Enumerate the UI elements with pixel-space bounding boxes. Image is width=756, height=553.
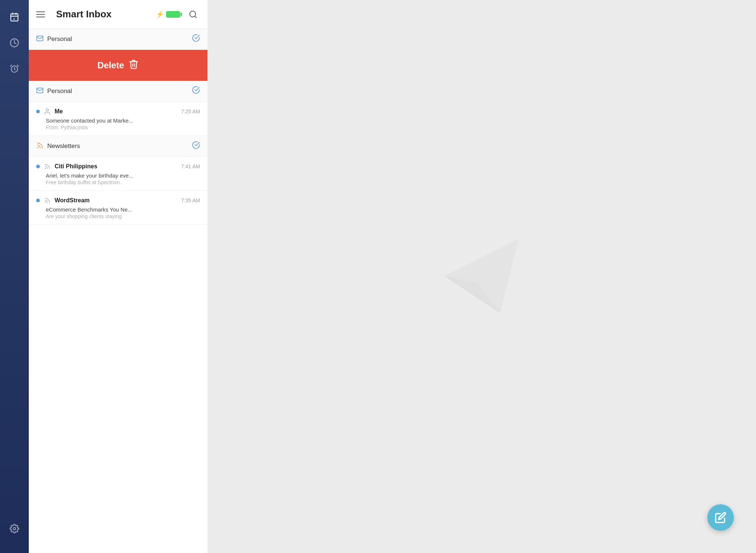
svg-point-12	[46, 109, 49, 111]
svg-point-15	[45, 202, 46, 203]
sender-name-citi: Citi Philippines	[55, 163, 178, 170]
battery-indicator	[166, 11, 180, 18]
delete-overlay-content: Delete	[97, 59, 139, 72]
section-check-newsletters[interactable]	[192, 141, 200, 151]
delete-label: Delete	[97, 60, 124, 71]
section-title-personal-1: Personal	[47, 35, 72, 43]
empty-state-icon	[441, 231, 522, 322]
email-time-me: 7:25 AM	[181, 109, 200, 114]
personal-section-header-2: Personal	[29, 81, 207, 102]
menu-button[interactable]	[36, 7, 50, 21]
unread-dot-citi	[36, 165, 40, 168]
rss-icon-wordstream	[43, 196, 52, 205]
email-time-citi: 7:41 AM	[181, 164, 200, 169]
email-preview-wordstream: Are your shopping clients staying	[46, 213, 200, 219]
sidebar-item-calendar[interactable]: 3	[5, 7, 24, 27]
svg-line-7	[10, 65, 11, 66]
page-title: Smart Inbox	[56, 8, 156, 20]
sidebar-item-settings[interactable]	[5, 519, 24, 538]
sidebar: 3	[0, 0, 29, 553]
trash-icon	[128, 59, 139, 72]
section-check-personal-1[interactable]	[192, 34, 200, 44]
email-subject-citi: Ariel, let's make your birthday eve...	[46, 172, 200, 179]
newsletters-section-header: Newsletters	[29, 136, 207, 157]
sender-name-wordstream: WordStream	[55, 197, 178, 204]
section-title-personal-2: Personal	[47, 87, 72, 95]
panel-header: Smart Inbox ⚡	[29, 0, 207, 29]
delete-overlay[interactable]: Delete	[29, 50, 207, 81]
email-subject-wordstream: eCommerce Benchmarks You Ne...	[46, 206, 200, 213]
email-item-citi[interactable]: Citi Philippines 7:41 AM Ariel, let's ma…	[29, 157, 207, 191]
section-title-newsletters: Newsletters	[47, 142, 80, 150]
email-preview-me: From: Pythiacystis	[46, 124, 200, 130]
section-check-personal-2[interactable]	[192, 86, 200, 96]
personal-section-header-1: Personal	[29, 29, 207, 50]
svg-line-11	[195, 16, 196, 17]
svg-point-14	[45, 168, 46, 169]
svg-point-13	[37, 147, 38, 148]
compose-button[interactable]	[707, 504, 734, 531]
battery-area: ⚡	[156, 10, 180, 18]
svg-point-9	[13, 528, 16, 530]
email-item-wordstream[interactable]: WordStream 7:35 AM eCommerce Benchmarks …	[29, 191, 207, 225]
main-content	[207, 0, 756, 553]
email-time-wordstream: 7:35 AM	[181, 198, 200, 203]
mail-icon-2	[36, 87, 44, 96]
person-icon-me	[43, 107, 52, 116]
email-item-me[interactable]: Me 7:25 AM Someone contacted you at Mark…	[29, 102, 207, 136]
unread-dot-me	[36, 110, 40, 113]
svg-text:3: 3	[13, 17, 15, 21]
svg-line-8	[17, 65, 18, 66]
sender-name-me: Me	[55, 108, 178, 115]
rss-icon-newsletters	[36, 142, 44, 151]
rss-icon-citi	[43, 162, 52, 171]
unread-dot-wordstream	[36, 199, 40, 202]
search-button[interactable]	[186, 7, 200, 21]
email-item-with-delete[interactable]: 12:59 AM be Delete	[29, 50, 207, 81]
email-preview-citi: Free birthday buffet at Spectrum.	[46, 179, 200, 185]
mail-icon-1	[36, 35, 44, 44]
section-label-personal-2: Personal	[36, 87, 72, 96]
section-label-newsletters: Newsletters	[36, 142, 80, 151]
email-panel: Smart Inbox ⚡ Personal	[29, 0, 207, 553]
charging-icon: ⚡	[156, 10, 164, 18]
email-subject-me: Someone contacted you at Marke...	[46, 117, 200, 124]
section-label-personal-1: Personal	[36, 35, 72, 44]
sidebar-item-alarm[interactable]	[5, 59, 24, 78]
sidebar-item-clock[interactable]	[5, 33, 24, 52]
svg-marker-16	[445, 239, 519, 313]
